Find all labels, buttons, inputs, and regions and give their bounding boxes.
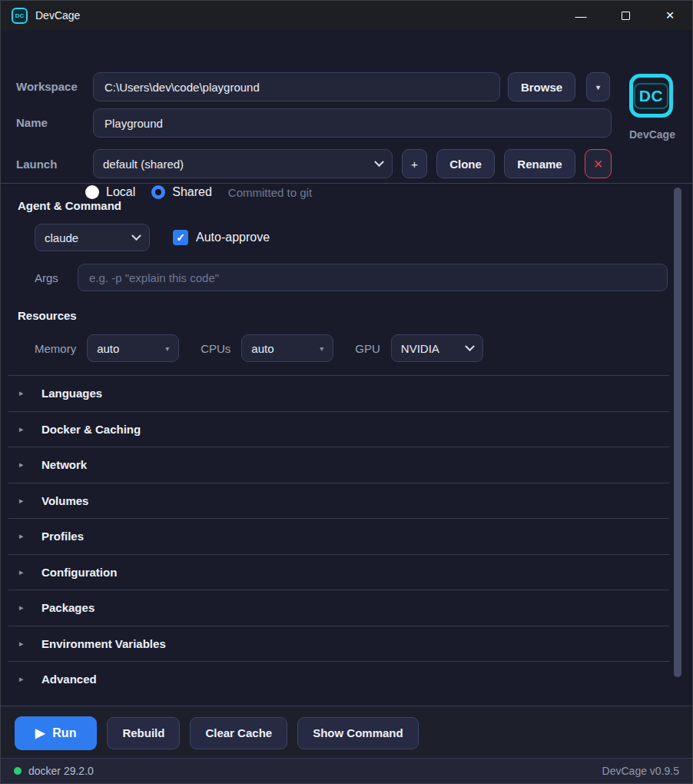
launch-config-select[interactable]: default (shared) (93, 149, 393, 178)
collapsible-sections: ▸ Languages ▸ Docker & Caching ▸ Network… (1, 375, 692, 697)
cpus-label: CPUs (201, 342, 230, 355)
resources-heading: Resources (18, 309, 692, 322)
maximize-button[interactable] (603, 1, 648, 30)
launch-label: Launch (16, 158, 57, 171)
play-icon: ▶ (35, 726, 45, 740)
show-command-button[interactable]: Show Command (297, 717, 419, 749)
section-row-configuration[interactable]: ▸ Configuration (8, 554, 669, 590)
status-bar: docker 29.2.0 DevCage v0.9.5 (1, 758, 692, 783)
title-bar: DC DevCage — × (1, 1, 692, 30)
chevron-right-icon: ▸ (19, 639, 29, 649)
browse-button[interactable]: Browse (508, 72, 575, 101)
gpu-value: NVIDIA (401, 342, 439, 355)
chevron-right-icon: ▸ (19, 424, 29, 434)
memory-combobox[interactable]: auto ▾ (87, 334, 179, 362)
minimize-button[interactable]: — (559, 1, 603, 30)
memory-value: auto (97, 342, 119, 355)
clear-cache-button[interactable]: Clear Cache (190, 717, 287, 749)
gpu-label: GPU (355, 342, 380, 355)
window-title: DevCage (35, 9, 80, 22)
logo-caption: DevCage (629, 128, 673, 141)
delete-config-button[interactable]: × (585, 149, 612, 178)
auto-approve-label: Auto-approve (196, 231, 270, 244)
close-button[interactable]: × (648, 1, 692, 30)
cpus-value: auto (251, 342, 274, 355)
workspace-label: Workspace (16, 80, 78, 93)
chevron-down-icon (374, 157, 384, 167)
run-button[interactable]: ▶ Run (15, 716, 97, 750)
chevron-right-icon: ▸ (19, 674, 29, 684)
maximize-icon (622, 12, 630, 20)
chevron-right-icon: ▸ (19, 496, 29, 506)
launch-config-selected-value: default (shared) (103, 158, 184, 171)
section-row-environment-variables[interactable]: ▸ Environment Variables (8, 626, 669, 662)
resources-row: Memory auto ▾ CPUs auto ▾ GPU NVIDIA (35, 334, 692, 362)
chevron-right-icon: ▸ (19, 388, 29, 398)
app-version: DevCage v0.9.5 (602, 765, 679, 777)
args-input[interactable] (78, 264, 668, 291)
agent-row: claude ✓ Auto-approve (35, 224, 692, 251)
header-panel: Workspace Browse ▾ DC DevCage Name Launc… (1, 30, 692, 184)
run-button-label: Run (52, 726, 76, 740)
devcage-logo: DC (629, 74, 673, 118)
add-config-button[interactable]: + (402, 149, 427, 178)
section-row-network[interactable]: ▸ Network (8, 447, 669, 483)
workspace-history-dropdown-button[interactable]: ▾ (586, 72, 610, 101)
rename-config-button[interactable]: Rename (504, 149, 575, 178)
section-row-volumes[interactable]: ▸ Volumes (8, 483, 669, 519)
section-row-languages[interactable]: ▸ Languages (8, 375, 669, 411)
app-logo-icon: DC (12, 8, 28, 24)
section-row-docker-caching[interactable]: ▸ Docker & Caching (8, 411, 669, 447)
gpu-select[interactable]: NVIDIA (391, 334, 483, 362)
chevron-right-icon: ▸ (19, 531, 29, 541)
section-row-packages[interactable]: ▸ Packages (8, 590, 669, 626)
caret-down-icon: ▾ (165, 344, 169, 353)
workspace-path-input[interactable] (93, 72, 500, 101)
chevron-down-icon (131, 231, 141, 241)
rebuild-button[interactable]: Rebuild (107, 717, 180, 749)
name-label: Name (16, 116, 48, 129)
auto-approve-checkbox[interactable]: ✓ (173, 230, 188, 245)
logo-monogram: DC (634, 83, 668, 109)
section-row-profiles[interactable]: ▸ Profiles (8, 518, 669, 554)
args-row: Args (35, 264, 668, 291)
chevron-down-icon (465, 341, 475, 351)
name-input[interactable] (93, 108, 612, 138)
action-bar: ▶ Run Rebuild Clear Cache Show Command (1, 706, 692, 759)
vertical-scrollbar[interactable] (674, 188, 681, 677)
section-row-advanced[interactable]: ▸ Advanced (8, 661, 669, 697)
clone-config-button[interactable]: Clone (436, 149, 495, 178)
docker-status-text: docker 29.2.0 (28, 765, 94, 777)
main-panel: Agent & Command claude ✓ Auto-approve Ar… (1, 184, 692, 706)
chevron-right-icon: ▸ (19, 603, 29, 613)
agent-select[interactable]: claude (35, 224, 150, 251)
agent-command-heading: Agent & Command (18, 199, 692, 212)
caret-down-icon: ▾ (320, 344, 323, 353)
memory-label: Memory (35, 342, 76, 355)
chevron-right-icon: ▸ (19, 567, 29, 577)
args-label: Args (35, 271, 67, 284)
chevron-right-icon: ▸ (19, 460, 29, 470)
cpus-combobox[interactable]: auto ▾ (241, 334, 333, 362)
agent-selected-value: claude (45, 231, 78, 244)
docker-status-icon (14, 767, 22, 775)
window-controls: — × (559, 1, 692, 30)
